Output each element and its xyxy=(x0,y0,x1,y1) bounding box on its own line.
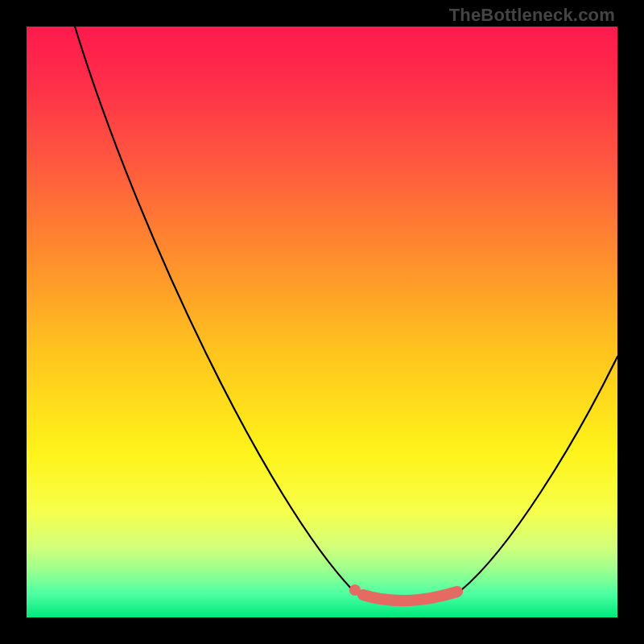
gradient-plot-area xyxy=(27,27,617,617)
watermark-text: TheBottleneck.com xyxy=(449,5,615,26)
curve-left-branch xyxy=(75,27,353,590)
optimal-start-dot xyxy=(349,584,361,596)
chart-frame: TheBottleneck.com xyxy=(0,0,644,644)
bottleneck-curve xyxy=(27,27,617,617)
curve-right-branch xyxy=(461,357,617,590)
optimal-range-band xyxy=(363,592,457,601)
